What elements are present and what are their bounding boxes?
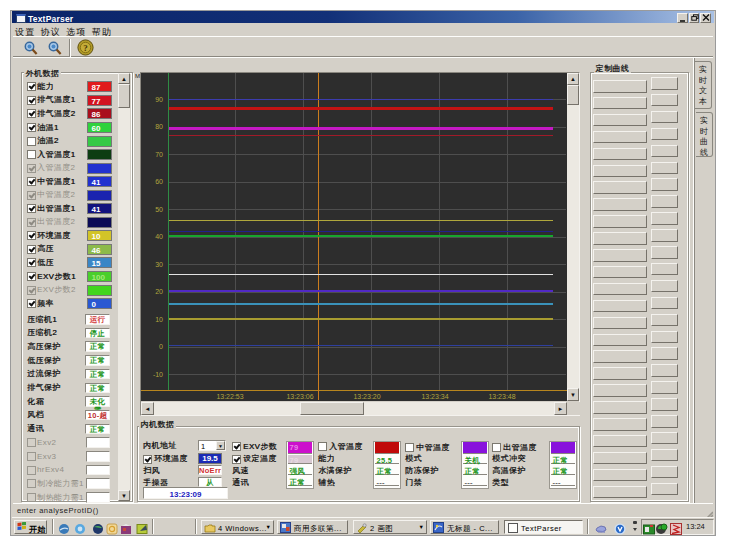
- svg-text:?: ?: [83, 43, 88, 53]
